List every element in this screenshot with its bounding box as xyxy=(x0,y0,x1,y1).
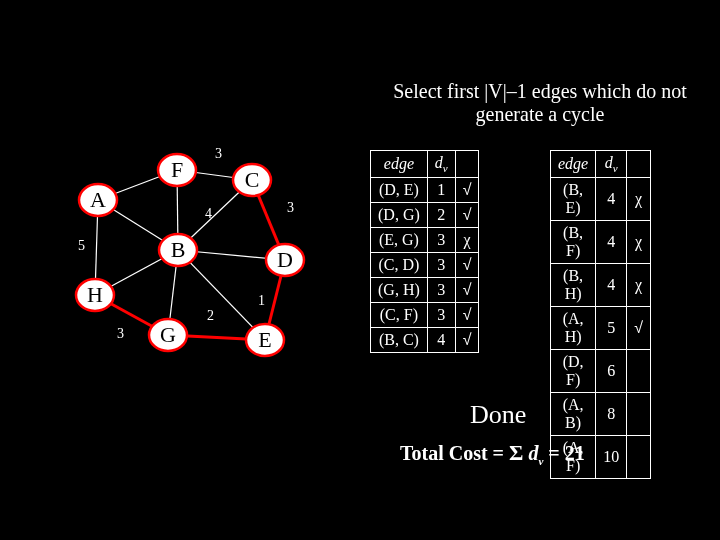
cell-d: 8 xyxy=(596,393,627,436)
graph-node-label: E xyxy=(258,327,271,352)
cell-mark xyxy=(627,436,651,479)
cell-mark: √ xyxy=(627,307,651,350)
edge-weight: 3 xyxy=(287,200,294,215)
table-row: (A, H)5√ xyxy=(551,307,651,350)
table-row: (B, F)4χ xyxy=(551,221,651,264)
cell-mark: χ xyxy=(627,264,651,307)
t1-h-edge: edge xyxy=(371,151,428,178)
heading: Select first |V|–1 edges which do not ge… xyxy=(380,80,700,126)
cell-d: 6 xyxy=(596,350,627,393)
graph-edge xyxy=(178,250,265,340)
graph-node-label: G xyxy=(160,322,176,347)
graph-node-label: C xyxy=(245,167,260,192)
cell-mark: √ xyxy=(455,253,479,278)
cell-edge: (A, B) xyxy=(551,393,596,436)
table-row: (G, H)3√ xyxy=(371,278,479,303)
table-row: (C, F)3√ xyxy=(371,303,479,328)
cell-mark xyxy=(627,350,651,393)
edge-tables: edge dv (D, E)1√(D, G)2√(E, G)3χ(C, D)3√… xyxy=(370,150,479,353)
cell-d: 10 xyxy=(596,436,627,479)
graph-svg: 3543321FCABDHGE xyxy=(55,140,315,390)
cell-d: 4 xyxy=(596,178,627,221)
table-row: (E, G)3χ xyxy=(371,228,479,253)
edge-weight: 5 xyxy=(78,238,85,253)
t1-h-dv: dv xyxy=(427,151,455,178)
edge-weight: 1 xyxy=(258,293,265,308)
cell-d: 3 xyxy=(427,253,455,278)
table-row: (A, B)8 xyxy=(551,393,651,436)
cell-d: 4 xyxy=(596,221,627,264)
cell-edge: (A, H) xyxy=(551,307,596,350)
total-cost: Total Cost = Σ dv = 21 xyxy=(400,440,585,467)
table-row: (C, D)3√ xyxy=(371,253,479,278)
cell-edge: (D, E) xyxy=(371,178,428,203)
t2-h-mark xyxy=(627,151,651,178)
cell-edge: (C, F) xyxy=(371,303,428,328)
graph-node-label: H xyxy=(87,282,103,307)
cell-mark: √ xyxy=(455,303,479,328)
cell-mark: χ xyxy=(627,178,651,221)
table-row: (B, H)4χ xyxy=(551,264,651,307)
cell-edge: (B, C) xyxy=(371,328,428,353)
cell-edge: (B, F) xyxy=(551,221,596,264)
graph-node-label: A xyxy=(90,187,106,212)
graph-node-label: B xyxy=(171,237,186,262)
cell-mark: √ xyxy=(455,203,479,228)
graph-panel: 3543321FCABDHGE xyxy=(55,140,315,400)
t2-h-edge: edge xyxy=(551,151,596,178)
cell-d: 3 xyxy=(427,278,455,303)
cell-d: 3 xyxy=(427,228,455,253)
edge-table-1: edge dv (D, E)1√(D, G)2√(E, G)3χ(C, D)3√… xyxy=(370,150,479,353)
t1-h-mark xyxy=(455,151,479,178)
table-row: (D, E)1√ xyxy=(371,178,479,203)
graph-node-label: D xyxy=(277,247,293,272)
cell-mark: χ xyxy=(455,228,479,253)
cell-d: 5 xyxy=(596,307,627,350)
cell-edge: (B, E) xyxy=(551,178,596,221)
edge-weight: 3 xyxy=(117,326,124,341)
edge-weight: 4 xyxy=(205,206,212,221)
cell-mark xyxy=(627,393,651,436)
cell-d: 2 xyxy=(427,203,455,228)
table-row: (B, C)4√ xyxy=(371,328,479,353)
cell-edge: (E, G) xyxy=(371,228,428,253)
cell-edge: (G, H) xyxy=(371,278,428,303)
cell-mark: χ xyxy=(627,221,651,264)
cell-d: 1 xyxy=(427,178,455,203)
heading-text: Select first |V|–1 edges which do not ge… xyxy=(393,80,687,125)
t2-h-dv: dv xyxy=(596,151,627,178)
cell-d: 3 xyxy=(427,303,455,328)
table-row: (D, F)6 xyxy=(551,350,651,393)
cell-d: 4 xyxy=(596,264,627,307)
edge-weight: 3 xyxy=(215,146,222,161)
done-label: Done xyxy=(470,400,526,430)
cell-edge: (C, D) xyxy=(371,253,428,278)
cell-edge: (D, F) xyxy=(551,350,596,393)
graph-node-label: F xyxy=(171,157,183,182)
edge-weight: 2 xyxy=(207,308,214,323)
cell-mark: √ xyxy=(455,178,479,203)
cell-edge: (D, G) xyxy=(371,203,428,228)
edge-table-2: edge dv (B, E)4χ(B, F)4χ(B, H)4χ(A, H)5√… xyxy=(550,150,651,479)
table-row: (B, E)4χ xyxy=(551,178,651,221)
cell-mark: √ xyxy=(455,278,479,303)
cell-d: 4 xyxy=(427,328,455,353)
cell-edge: (B, H) xyxy=(551,264,596,307)
cell-mark: √ xyxy=(455,328,479,353)
table-row: (D, G)2√ xyxy=(371,203,479,228)
